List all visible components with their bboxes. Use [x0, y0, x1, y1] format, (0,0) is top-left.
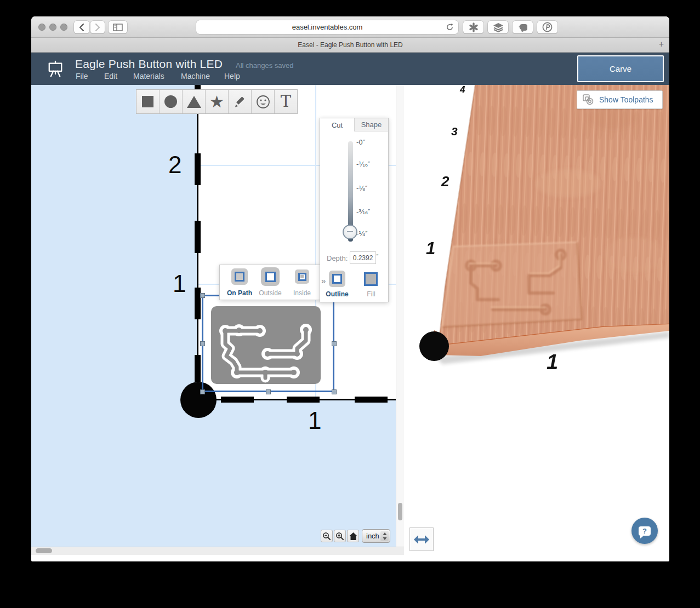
material-3d-render — [404, 85, 669, 471]
vertical-scrollbar[interactable] — [396, 85, 405, 547]
menu-edit[interactable]: Edit — [104, 72, 133, 81]
shape-toolbar: ★ T — [136, 89, 298, 114]
forward-icon — [95, 24, 100, 31]
forward-button[interactable] — [90, 21, 105, 33]
x-axis-tick — [355, 397, 388, 403]
browser-window: easel.inventables.com — [31, 16, 669, 561]
smiley-icon — [256, 95, 270, 109]
resize-handle[interactable] — [266, 389, 271, 394]
sidebar-toggle-button[interactable] — [109, 21, 127, 33]
app-header: Eagle Push Button with LED All changes s… — [31, 53, 669, 85]
smiley-tool-button[interactable] — [252, 90, 275, 113]
square-tool-button[interactable] — [136, 90, 160, 113]
selection-box[interactable] — [202, 295, 334, 392]
tick-316: -³⁄₁₆″ — [356, 208, 370, 216]
toolpaths-icon — [582, 93, 595, 106]
show-toolpaths-button[interactable]: Show Toolpaths — [577, 90, 663, 109]
layers-icon — [493, 22, 504, 32]
zoom-out-button[interactable] — [321, 530, 333, 542]
tick-0: -0″ — [356, 139, 365, 146]
outline-label[interactable]: Outline — [323, 290, 351, 298]
easel-logo-icon — [45, 59, 65, 79]
pencil-tool-button[interactable] — [229, 90, 252, 113]
extension-evernote-button[interactable] — [513, 21, 533, 33]
zoom-in-button[interactable] — [334, 530, 346, 542]
resize-handle[interactable] — [200, 293, 205, 298]
edge-label-3: 3 — [451, 125, 458, 137]
menu-materials[interactable]: Materials — [133, 72, 181, 81]
pencil-icon — [234, 95, 247, 108]
y-axis-tick — [195, 153, 201, 185]
bottom-edge-label-1: 1 — [547, 352, 558, 372]
ruler-label-1: 1 — [173, 272, 186, 296]
cut-shape-panel: Cut Shape -0″ -¹⁄₁₆″ -¹⁄₈″ -³⁄₁₆″ -¹⁄₄″ … — [320, 118, 389, 302]
fill-type-outline[interactable] — [329, 271, 345, 287]
fill-type-fill[interactable] — [364, 272, 378, 286]
zoom-out-icon — [322, 532, 331, 541]
extension-pinterest-button[interactable] — [537, 21, 557, 33]
zoom-home-button[interactable] — [347, 530, 359, 542]
text-tool-button[interactable]: T — [275, 90, 297, 113]
resize-handle[interactable] — [332, 341, 337, 346]
inside-label[interactable]: Inside — [288, 289, 316, 297]
tab-title: Easel - Eagle Push Button with LED — [298, 41, 402, 49]
fill-label[interactable]: Fill — [361, 290, 382, 298]
vertical-scrollbar-thumb[interactable] — [398, 503, 402, 520]
new-tab-button[interactable]: + — [659, 39, 664, 49]
star-tool-button[interactable]: ★ — [206, 90, 229, 113]
menu-file[interactable]: File — [76, 72, 104, 81]
resize-handle[interactable] — [332, 389, 337, 394]
cut-type-expander[interactable]: » — [321, 276, 326, 285]
url-field[interactable]: easel.inventables.com — [196, 20, 458, 34]
elephant-icon — [518, 22, 528, 32]
project-title[interactable]: Eagle Push Button with LED — [75, 58, 223, 71]
design-canvas[interactable]: 2 1 1 ★ — [31, 85, 396, 547]
depth-unit-mark: ″ — [376, 253, 378, 261]
reload-icon[interactable] — [446, 23, 454, 31]
horizontal-scrollbar[interactable] — [31, 547, 404, 555]
resize-handle[interactable] — [200, 341, 205, 346]
depth-input[interactable] — [350, 251, 376, 264]
text-tool-icon: T — [281, 94, 291, 110]
close-window-icon[interactable] — [38, 24, 45, 31]
edge-label-1: 1 — [426, 240, 435, 257]
tab-shape[interactable]: Shape — [354, 118, 388, 131]
asterisk-icon — [469, 22, 479, 32]
browser-toolbar: easel.inventables.com — [31, 16, 669, 38]
zoom-window-icon[interactable] — [60, 24, 67, 31]
tick-14: -¹⁄₄″ — [356, 230, 367, 238]
circle-icon — [164, 95, 177, 108]
save-status: All changes saved — [236, 61, 294, 70]
unit-dropdown[interactable]: inch — [362, 529, 390, 543]
resize-handle[interactable] — [200, 389, 205, 394]
y-axis-tick — [195, 355, 201, 382]
on-path-label[interactable]: On Path — [224, 289, 255, 297]
unit-value: inch — [366, 532, 379, 540]
outside-label[interactable]: Outside — [256, 289, 284, 297]
star-icon: ★ — [209, 94, 224, 110]
extension-layers-button[interactable] — [488, 21, 508, 33]
back-icon — [79, 24, 84, 31]
triangle-tool-button[interactable] — [183, 90, 206, 113]
preview-panel[interactable]: 4 3 2 1 1 Show Toolpaths — [404, 85, 669, 554]
cut-type-outside[interactable] — [256, 267, 284, 286]
menu-machine[interactable]: Machine — [181, 72, 224, 81]
horizontal-scrollbar-thumb[interactable] — [36, 548, 52, 553]
menu-help[interactable]: Help — [224, 72, 240, 81]
zoom-in-icon — [335, 532, 344, 541]
back-button[interactable] — [74, 21, 89, 33]
tab-bar[interactable]: Easel - Eagle Push Button with LED + — [31, 38, 669, 53]
panel-resize-button[interactable] — [409, 527, 434, 551]
carve-button[interactable]: Carve — [577, 55, 664, 82]
depth-slider-thumb[interactable] — [343, 225, 357, 239]
cut-type-inside[interactable] — [288, 269, 316, 284]
extension-asterisk-button[interactable] — [463, 21, 483, 33]
minimize-window-icon[interactable] — [49, 24, 56, 31]
circle-tool-button[interactable] — [160, 90, 183, 113]
y-axis-tick — [195, 288, 201, 319]
cut-type-on-path[interactable] — [225, 268, 254, 285]
edge-label-4: 4 — [460, 85, 465, 94]
on-path-icon — [231, 268, 248, 285]
help-button[interactable]: ? — [631, 518, 658, 544]
tab-cut[interactable]: Cut — [320, 118, 354, 131]
